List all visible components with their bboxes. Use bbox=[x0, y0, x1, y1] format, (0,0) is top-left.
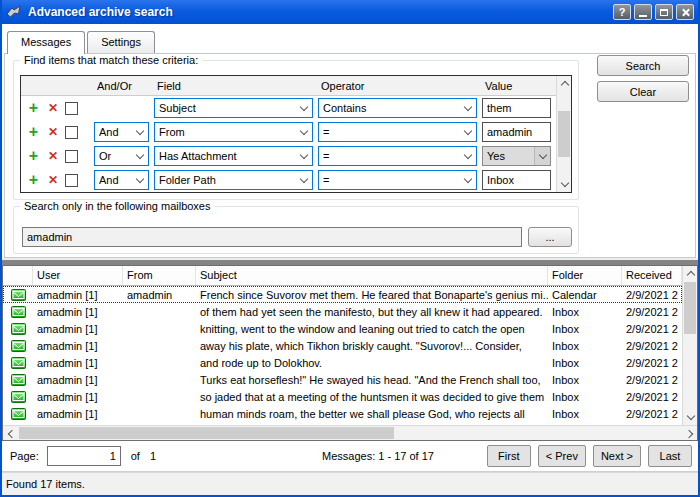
pagination-bar: Page: of 1 Messages: 1 - 17 of 17 First … bbox=[2, 441, 698, 472]
operator-select[interactable]: = bbox=[318, 146, 477, 166]
selected-value: Contains bbox=[319, 102, 460, 114]
operator-select[interactable]: = bbox=[318, 170, 477, 190]
chevron-down-icon bbox=[296, 123, 312, 141]
criterion-checkbox[interactable] bbox=[65, 102, 78, 115]
delete-criterion-button[interactable]: ✕ bbox=[45, 125, 61, 139]
search-button[interactable]: Search bbox=[597, 55, 689, 76]
message-row[interactable]: amadmin [1]and rode up to Dolokhov.Inbox… bbox=[3, 354, 682, 371]
value-select[interactable]: Yes bbox=[482, 146, 551, 166]
criteria-row: +✕SubjectContains bbox=[21, 96, 556, 120]
criteria-scrollbar[interactable] bbox=[556, 76, 571, 192]
value-input[interactable] bbox=[482, 122, 551, 142]
scrollbar-thumb[interactable] bbox=[19, 427, 394, 439]
chevron-down-icon bbox=[460, 123, 476, 141]
add-criterion-button[interactable]: + bbox=[26, 173, 41, 187]
mail-icon bbox=[3, 357, 33, 369]
value-cell bbox=[482, 170, 556, 190]
close-button[interactable] bbox=[676, 4, 694, 20]
field-select[interactable]: Subject bbox=[154, 98, 313, 118]
field-select[interactable]: Has Attachment bbox=[154, 146, 313, 166]
criterion-checkbox[interactable] bbox=[65, 126, 78, 139]
of-label: of bbox=[131, 450, 140, 462]
message-row[interactable]: amadmin [1]of them had yet seen the mani… bbox=[3, 303, 682, 320]
pane-splitter[interactable] bbox=[2, 258, 698, 265]
received-cell: 2/9/2021 2 bbox=[622, 306, 682, 318]
message-row[interactable]: amadmin [1]human minds roam, the better … bbox=[3, 405, 682, 422]
selected-value: From bbox=[155, 126, 296, 138]
criterion-checkbox[interactable] bbox=[65, 174, 78, 187]
selected-value: = bbox=[319, 126, 460, 138]
clear-button[interactable]: Clear bbox=[597, 81, 689, 102]
operator-select[interactable]: Contains bbox=[318, 98, 477, 118]
criterion-checkbox[interactable] bbox=[65, 150, 78, 163]
total-pages: 1 bbox=[150, 450, 156, 462]
andor-cell: And bbox=[94, 170, 154, 190]
maximize-button[interactable] bbox=[655, 4, 673, 20]
message-row[interactable]: amadmin [1]amadminFrench since Suvorov m… bbox=[3, 286, 682, 303]
and-or-select[interactable]: Or bbox=[94, 146, 149, 166]
value-cell bbox=[482, 122, 556, 142]
criteria-row: +✕OrHas Attachment=Yes bbox=[21, 144, 556, 168]
delete-criterion-button[interactable]: ✕ bbox=[45, 149, 61, 163]
chevron-down-icon bbox=[460, 147, 476, 165]
chevron-down-icon bbox=[534, 147, 550, 165]
criteria-actions: +✕ bbox=[21, 149, 94, 163]
mailboxes-input[interactable] bbox=[22, 227, 522, 247]
results-vertical-scrollbar[interactable] bbox=[682, 266, 697, 425]
message-row[interactable]: amadmin [1]knitting, went to the window … bbox=[3, 320, 682, 337]
value-input[interactable] bbox=[482, 170, 551, 190]
minimize-button[interactable] bbox=[634, 4, 652, 20]
column-header-icon[interactable] bbox=[3, 266, 33, 285]
column-header-folder[interactable]: Folder bbox=[548, 266, 622, 285]
last-page-button[interactable]: Last bbox=[648, 445, 692, 467]
scroll-up-icon[interactable] bbox=[683, 266, 698, 281]
tab-messages[interactable]: Messages bbox=[7, 31, 85, 54]
column-header-received[interactable]: Received bbox=[622, 266, 682, 285]
scroll-down-icon[interactable] bbox=[557, 177, 572, 192]
chevron-down-icon bbox=[296, 171, 312, 189]
scrollbar-thumb[interactable] bbox=[684, 282, 696, 334]
value-input[interactable] bbox=[482, 98, 551, 118]
scroll-right-icon[interactable] bbox=[682, 426, 697, 441]
add-criterion-button[interactable]: + bbox=[26, 125, 41, 139]
operator-select[interactable]: = bbox=[318, 122, 477, 142]
subject-cell: human minds roam, the better we shall pl… bbox=[196, 408, 548, 420]
field-select[interactable]: From bbox=[154, 122, 313, 142]
value-cell bbox=[482, 98, 556, 118]
scrollbar-thumb[interactable] bbox=[558, 111, 570, 157]
criteria-grid-header: And/Or Field Operator Value bbox=[21, 76, 556, 96]
column-header-from[interactable]: From bbox=[123, 266, 196, 285]
add-criterion-button[interactable]: + bbox=[26, 149, 41, 163]
subject-cell: away his plate, which Tikhon briskly cau… bbox=[196, 340, 548, 352]
criteria-actions: +✕ bbox=[21, 125, 94, 139]
column-header-subject[interactable]: Subject bbox=[196, 266, 548, 285]
add-criterion-button[interactable]: + bbox=[26, 101, 41, 115]
andor-cell: Or bbox=[94, 146, 154, 166]
help-button[interactable]: ? bbox=[613, 4, 631, 20]
titlebar[interactable]: Advanced archive search ? bbox=[2, 0, 698, 24]
message-row[interactable]: amadmin [1]away his plate, which Tikhon … bbox=[3, 337, 682, 354]
page-input[interactable] bbox=[47, 446, 121, 466]
user-cell: amadmin [1] bbox=[33, 391, 123, 403]
scroll-left-icon[interactable] bbox=[3, 426, 18, 441]
selected-value: And bbox=[95, 174, 132, 186]
delete-criterion-button[interactable]: ✕ bbox=[45, 101, 61, 115]
prev-page-button[interactable]: < Prev bbox=[538, 445, 586, 467]
and-or-select[interactable]: And bbox=[94, 170, 149, 190]
criteria-row: +✕AndFolder Path= bbox=[21, 168, 556, 192]
message-row[interactable]: amadmin [1]Turks eat horseflesh!" He swa… bbox=[3, 371, 682, 388]
message-row[interactable]: amadmin [1]so jaded that at a meeting of… bbox=[3, 388, 682, 405]
delete-criterion-button[interactable]: ✕ bbox=[45, 173, 61, 187]
first-page-button[interactable]: First bbox=[487, 445, 531, 467]
next-page-button[interactable]: Next > bbox=[593, 445, 641, 467]
tab-page-messages: Find items that match these criteria: An… bbox=[4, 53, 696, 258]
column-header-user[interactable]: User bbox=[33, 266, 123, 285]
scroll-down-icon[interactable] bbox=[683, 410, 698, 425]
tab-settings[interactable]: Settings bbox=[87, 31, 155, 53]
and-or-select[interactable]: And bbox=[94, 122, 149, 142]
selected-value: Yes bbox=[483, 150, 534, 162]
scroll-up-icon[interactable] bbox=[557, 76, 572, 91]
field-select[interactable]: Folder Path bbox=[154, 170, 313, 190]
results-horizontal-scrollbar[interactable] bbox=[3, 425, 697, 440]
browse-mailboxes-button[interactable]: ... bbox=[528, 227, 572, 247]
